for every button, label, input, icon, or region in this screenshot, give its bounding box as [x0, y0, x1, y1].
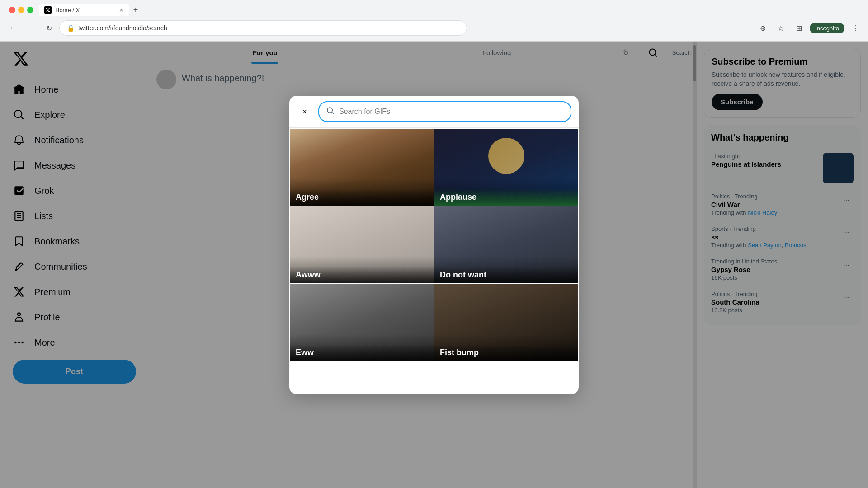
url-display: twitter.com/i/foundmedia/search [78, 24, 167, 32]
back-btn[interactable]: ← [5, 21, 20, 35]
tab-title: Home / X [55, 7, 80, 14]
gif-donotwant-label: Do not want [434, 267, 578, 283]
gif-empty-1 [290, 362, 434, 394]
gif-close-button[interactable]: × [297, 103, 313, 120]
menu-btn[interactable]: ⋮ [848, 21, 863, 35]
browser-min-btn[interactable] [18, 7, 24, 13]
gif-eww-label: Eww [290, 344, 434, 361]
address-bar[interactable]: 🔒 twitter.com/i/foundmedia/search [60, 21, 467, 35]
incognito-badge: Incognito [810, 23, 844, 33]
gif-picker-overlay: × Agree [0, 42, 868, 488]
gif-applause-label: Applause [434, 189, 578, 206]
browser-max-btn[interactable] [27, 7, 33, 13]
gif-search-icon [326, 107, 335, 117]
browser-close-btn[interactable] [9, 7, 15, 13]
gif-grid: Agree Applause Awww [289, 128, 579, 394]
gif-item-eww[interactable]: Eww [290, 284, 434, 361]
cast-btn[interactable]: ⊕ [755, 21, 770, 35]
browser-actions: ⊕ ☆ ⊞ Incognito ⋮ [755, 21, 863, 35]
browser-chrome: Home / X ✕ + ← → ↻ 🔒 twitter.com/i/found… [0, 0, 868, 42]
bookmark-star-btn[interactable]: ☆ [774, 21, 788, 35]
gif-fistbump-label: Fist bump [434, 344, 578, 361]
tab-close-btn[interactable]: ✕ [119, 7, 124, 14]
gif-item-applause[interactable]: Applause [434, 129, 578, 206]
browser-active-tab[interactable]: Home / X ✕ [39, 4, 129, 16]
gif-search-input[interactable] [339, 108, 563, 116]
gif-item-agree[interactable]: Agree [290, 129, 434, 206]
gif-picker: × Agree [289, 96, 579, 394]
gif-awww-label: Awww [290, 267, 434, 283]
gif-agree-label: Agree [290, 189, 434, 206]
gif-item-fistbump[interactable]: Fist bump [434, 284, 578, 361]
gif-picker-header: × [289, 96, 579, 128]
gif-empty-2 [434, 362, 578, 394]
new-tab-btn[interactable]: + [129, 4, 142, 16]
gif-search-bar[interactable] [318, 101, 571, 122]
forward-btn[interactable]: → [24, 21, 38, 35]
gif-item-donotwant[interactable]: Do not want [434, 206, 578, 283]
app-container: Home Explore Notifications Messages Grok [0, 42, 868, 488]
browser-nav: ← → ↻ 🔒 twitter.com/i/foundmedia/search … [0, 16, 868, 40]
extension-btn[interactable]: ⊞ [792, 21, 806, 35]
gif-item-awww[interactable]: Awww [290, 206, 434, 283]
refresh-btn[interactable]: ↻ [42, 21, 56, 35]
